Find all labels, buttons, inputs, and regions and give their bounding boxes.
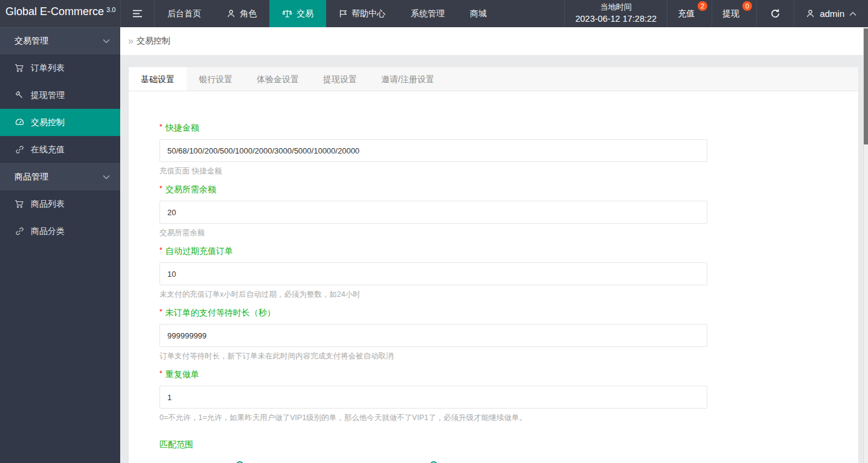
match-range-label: 匹配范围 — [159, 439, 858, 450]
sidebar-group-trade-management[interactable]: 交易管理 — [0, 27, 120, 54]
hamburger-icon — [132, 9, 143, 18]
settings-card: 基础设置 银行设置 体验金设置 提现设置 邀请/注册设置 *快捷金额 充值页面 … — [129, 67, 858, 463]
sidebar-item-online-recharge[interactable]: 在线充值 — [0, 136, 120, 163]
withdraw-count-badge: 0 — [742, 1, 752, 11]
settings-tabs: 基础设置 银行设置 体验金设置 提现设置 邀请/注册设置 — [129, 67, 858, 91]
repeat-order-input[interactable] — [159, 386, 707, 409]
nav-item-trade[interactable]: 交易 — [269, 0, 326, 27]
local-time-value: 2023-06-12 17:28:22 — [575, 13, 657, 26]
field-payment-wait-time: *未订单的支付等待时长（秒） 订单支付等待时长，新下订单未在此时间内容完成支付将… — [159, 308, 707, 361]
tab-withdraw-settings[interactable]: 提现设置 — [311, 67, 369, 91]
field-label: *快捷金额 — [159, 123, 707, 134]
user-menu[interactable]: admin — [794, 0, 868, 27]
auto-expire-order-input[interactable] — [159, 262, 707, 285]
nav-item-mall[interactable]: 商城 — [457, 0, 500, 27]
main-content: » 交易控制 基础设置 银行设置 体验金设置 提现设置 邀请/注册设置 *快捷金… — [120, 27, 863, 463]
nav-item-system-management[interactable]: 系统管理 — [398, 0, 457, 27]
flag-icon — [339, 9, 347, 18]
link-icon — [14, 227, 24, 236]
scales-icon — [282, 9, 292, 18]
sidebar-item-product-category[interactable]: 商品分类 — [0, 218, 120, 245]
required-asterisk: * — [159, 184, 162, 193]
match-range-slider — [159, 461, 858, 463]
breadcrumb: » 交易控制 — [120, 27, 863, 55]
field-hint: 订单支付等待时长，新下订单未在此时间内容完成支付将会被自动取消 — [159, 351, 707, 361]
field-auto-expire-order: *自动过期充值订单 未支付的充值订单x小时后自动过期，必须为整数，如24小时 — [159, 246, 707, 300]
required-asterisk: * — [159, 246, 162, 254]
chevron-up-icon — [849, 11, 857, 16]
field-hint: 充值页面 快捷金额 — [159, 166, 707, 176]
breadcrumb-current: 交易控制 — [137, 36, 170, 47]
cart-icon — [14, 199, 24, 209]
local-time-block: 当地时间 2023-06-12 17:28:22 — [564, 0, 667, 27]
user-icon — [806, 9, 815, 18]
payment-wait-time-input[interactable] — [159, 324, 707, 347]
cart-icon — [14, 63, 24, 73]
required-asterisk: * — [159, 369, 162, 378]
chevron-down-icon — [103, 39, 110, 44]
vertical-scrollbar — [863, 28, 868, 463]
breadcrumb-chevrons-icon: » — [128, 36, 132, 47]
basic-settings-form: *快捷金额 充值页面 快捷金额 *交易所需余额 交易所需余额 *自动过期充值订单… — [129, 91, 858, 463]
logo-version: 3.0 — [106, 5, 115, 13]
link-icon — [14, 145, 24, 154]
withdraw-menu-item[interactable]: 提现 0 — [712, 0, 756, 27]
field-label: *重复做单 — [159, 369, 707, 380]
tab-invite-register-settings[interactable]: 邀请/注册设置 — [369, 67, 446, 91]
field-label: *自动过期充值订单 — [159, 246, 707, 257]
field-required-balance: *交易所需余额 交易所需余额 — [159, 184, 707, 238]
tab-basic-settings[interactable]: 基础设置 — [129, 67, 187, 91]
nav-item-home[interactable]: 后台首页 — [155, 0, 214, 27]
nav-item-help-center[interactable]: 帮助中心 — [326, 0, 398, 27]
topbar-spacer — [500, 0, 564, 27]
field-label: *交易所需余额 — [159, 184, 707, 195]
refresh-icon — [770, 8, 780, 19]
gauge-icon — [14, 118, 24, 127]
field-repeat-order: *重复做单 0=不允许，1=允许，如果昨天用户做了VIP1级别的单，那么他今天就… — [159, 369, 707, 423]
top-bar: Global E-Commerce3.0 后台首页 角色 交易 帮助中心 系统管… — [0, 0, 868, 27]
chevron-down-icon — [103, 175, 110, 180]
field-hint: 交易所需余额 — [159, 228, 707, 238]
required-balance-input[interactable] — [159, 201, 707, 224]
app-logo: Global E-Commerce3.0 — [0, 0, 120, 27]
nav-item-roles[interactable]: 角色 — [214, 0, 269, 27]
field-quick-amount: *快捷金额 充值页面 快捷金额 — [159, 123, 707, 176]
sidebar-group-product-management[interactable]: 商品管理 — [0, 163, 120, 190]
quick-amount-input[interactable] — [159, 139, 707, 162]
sidebar-item-order-list[interactable]: 订单列表 — [0, 54, 120, 82]
local-time-label: 当地时间 — [600, 1, 632, 13]
refresh-button[interactable] — [756, 0, 794, 27]
recharge-menu-item[interactable]: 充值 2 — [667, 0, 712, 27]
field-hint: 未支付的充值订单x小时后自动过期，必须为整数，如24小时 — [159, 290, 707, 300]
recharge-count-badge: 2 — [698, 1, 707, 11]
tab-trial-fund-settings[interactable]: 体验金设置 — [245, 67, 311, 91]
vertical-scrollbar-thumb[interactable] — [864, 28, 868, 144]
sidebar-item-withdraw-management[interactable]: 提现管理 — [0, 82, 120, 109]
sidebar: 交易管理 订单列表 提现管理 交易控制 在线充值 商品管理 — [0, 27, 120, 463]
sidebar-item-product-list[interactable]: 商品列表 — [0, 190, 120, 218]
username: admin — [820, 8, 844, 19]
gavel-icon — [14, 91, 24, 100]
field-hint: 0=不允许，1=允许，如果昨天用户做了VIP1级别的单，那么他今天就做不了VIP… — [159, 413, 707, 423]
field-match-range: 匹配范围 — [159, 439, 858, 463]
menu-toggle-button[interactable] — [120, 0, 155, 27]
sidebar-item-trade-control[interactable]: 交易控制 — [0, 109, 120, 136]
tab-bank-settings[interactable]: 银行设置 — [187, 67, 245, 91]
required-asterisk: * — [159, 308, 162, 316]
required-asterisk: * — [159, 123, 162, 131]
user-icon — [227, 9, 236, 18]
field-label: *未订单的支付等待时长（秒） — [159, 308, 707, 319]
